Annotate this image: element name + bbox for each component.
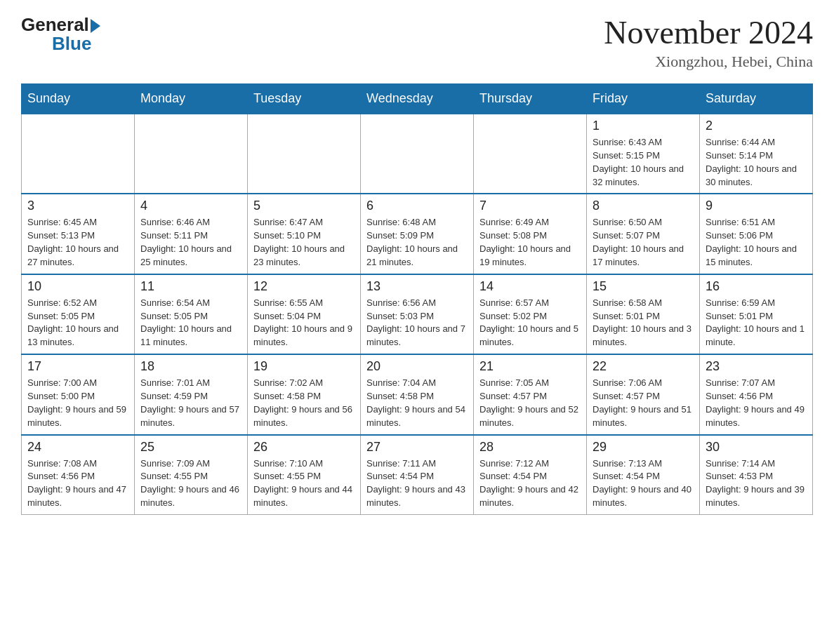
- day-number: 4: [140, 199, 241, 213]
- day-number: 29: [593, 440, 694, 455]
- calendar-day-cell: 11Sunrise: 6:54 AMSunset: 5:05 PMDayligh…: [135, 274, 248, 354]
- calendar-day-cell: 13Sunrise: 6:56 AMSunset: 5:03 PMDayligh…: [361, 274, 474, 354]
- day-number: 5: [253, 199, 355, 213]
- day-number: 18: [140, 359, 241, 374]
- day-number: 17: [27, 359, 128, 374]
- day-info: Sunrise: 7:07 AMSunset: 4:56 PMDaylight:…: [706, 377, 807, 429]
- day-number: 20: [366, 359, 468, 374]
- day-info: Sunrise: 6:51 AMSunset: 5:06 PMDaylight:…: [706, 216, 807, 269]
- day-info: Sunrise: 7:13 AMSunset: 4:54 PMDaylight:…: [593, 457, 694, 510]
- calendar-day-cell: 3Sunrise: 6:45 AMSunset: 5:13 PMDaylight…: [22, 194, 135, 274]
- calendar-day-cell: 18Sunrise: 7:01 AMSunset: 4:59 PMDayligh…: [135, 354, 248, 434]
- day-info: Sunrise: 6:43 AMSunset: 5:15 PMDaylight:…: [593, 136, 694, 189]
- calendar-day-cell: 8Sunrise: 6:50 AMSunset: 5:07 PMDaylight…: [587, 194, 700, 274]
- location-subtitle: Xiongzhou, Hebei, China: [604, 53, 813, 71]
- calendar-day-cell: [248, 114, 361, 194]
- weekday-header-saturday: Saturday: [700, 84, 813, 114]
- calendar-day-cell: 20Sunrise: 7:04 AMSunset: 4:58 PMDayligh…: [361, 354, 474, 434]
- day-info: Sunrise: 7:08 AMSunset: 4:56 PMDaylight:…: [27, 457, 128, 510]
- calendar-day-cell: 14Sunrise: 6:57 AMSunset: 5:02 PMDayligh…: [474, 274, 587, 354]
- day-info: Sunrise: 7:04 AMSunset: 4:58 PMDaylight:…: [366, 377, 468, 429]
- day-number: 10: [27, 279, 128, 294]
- day-info: Sunrise: 6:55 AMSunset: 5:04 PMDaylight:…: [253, 297, 355, 349]
- day-info: Sunrise: 7:09 AMSunset: 4:55 PMDaylight:…: [140, 457, 241, 510]
- calendar-week-row: 1Sunrise: 6:43 AMSunset: 5:15 PMDaylight…: [22, 114, 813, 194]
- day-info: Sunrise: 7:11 AMSunset: 4:54 PMDaylight:…: [366, 457, 468, 510]
- day-number: 21: [479, 359, 581, 374]
- logo-arrow-icon: [91, 19, 100, 33]
- calendar-week-row: 10Sunrise: 6:52 AMSunset: 5:05 PMDayligh…: [22, 274, 813, 354]
- day-info: Sunrise: 7:14 AMSunset: 4:53 PMDaylight:…: [706, 457, 807, 510]
- calendar-day-cell: 27Sunrise: 7:11 AMSunset: 4:54 PMDayligh…: [361, 435, 474, 515]
- day-number: 12: [253, 279, 355, 294]
- weekday-header-sunday: Sunday: [22, 84, 135, 114]
- calendar-day-cell: 10Sunrise: 6:52 AMSunset: 5:05 PMDayligh…: [22, 274, 135, 354]
- day-info: Sunrise: 6:56 AMSunset: 5:03 PMDaylight:…: [366, 297, 468, 349]
- calendar-day-cell: [361, 114, 474, 194]
- day-info: Sunrise: 6:45 AMSunset: 5:13 PMDaylight:…: [27, 216, 128, 269]
- weekday-header-monday: Monday: [135, 84, 248, 114]
- calendar-week-row: 17Sunrise: 7:00 AMSunset: 5:00 PMDayligh…: [22, 354, 813, 434]
- calendar-day-cell: 7Sunrise: 6:49 AMSunset: 5:08 PMDaylight…: [474, 194, 587, 274]
- day-info: Sunrise: 6:44 AMSunset: 5:14 PMDaylight:…: [706, 136, 807, 189]
- page-header: General Blue November 2024 Xiongzhou, He…: [21, 14, 813, 71]
- calendar-week-row: 3Sunrise: 6:45 AMSunset: 5:13 PMDaylight…: [22, 194, 813, 274]
- calendar-day-cell: 15Sunrise: 6:58 AMSunset: 5:01 PMDayligh…: [587, 274, 700, 354]
- calendar-day-cell: 21Sunrise: 7:05 AMSunset: 4:57 PMDayligh…: [474, 354, 587, 434]
- calendar-week-row: 24Sunrise: 7:08 AMSunset: 4:56 PMDayligh…: [22, 435, 813, 515]
- day-info: Sunrise: 7:12 AMSunset: 4:54 PMDaylight:…: [479, 457, 581, 510]
- calendar-day-cell: 29Sunrise: 7:13 AMSunset: 4:54 PMDayligh…: [587, 435, 700, 515]
- day-info: Sunrise: 6:54 AMSunset: 5:05 PMDaylight:…: [140, 297, 241, 349]
- day-number: 26: [253, 440, 355, 455]
- day-number: 13: [366, 279, 468, 294]
- day-info: Sunrise: 7:01 AMSunset: 4:59 PMDaylight:…: [140, 377, 241, 429]
- day-info: Sunrise: 7:02 AMSunset: 4:58 PMDaylight:…: [253, 377, 355, 429]
- calendar-day-cell: 9Sunrise: 6:51 AMSunset: 5:06 PMDaylight…: [700, 194, 813, 274]
- day-info: Sunrise: 6:46 AMSunset: 5:11 PMDaylight:…: [140, 216, 241, 269]
- day-info: Sunrise: 6:49 AMSunset: 5:08 PMDaylight:…: [479, 216, 581, 269]
- day-info: Sunrise: 6:59 AMSunset: 5:01 PMDaylight:…: [706, 297, 807, 349]
- day-number: 9: [706, 199, 807, 213]
- calendar-day-cell: 24Sunrise: 7:08 AMSunset: 4:56 PMDayligh…: [22, 435, 135, 515]
- day-number: 23: [706, 359, 807, 374]
- day-number: 22: [593, 359, 694, 374]
- day-info: Sunrise: 7:06 AMSunset: 4:57 PMDaylight:…: [593, 377, 694, 429]
- calendar-day-cell: [135, 114, 248, 194]
- calendar-day-cell: 5Sunrise: 6:47 AMSunset: 5:10 PMDaylight…: [248, 194, 361, 274]
- day-info: Sunrise: 7:10 AMSunset: 4:55 PMDaylight:…: [253, 457, 355, 510]
- calendar-day-cell: 25Sunrise: 7:09 AMSunset: 4:55 PMDayligh…: [135, 435, 248, 515]
- weekday-header-friday: Friday: [587, 84, 700, 114]
- logo-blue-text: Blue: [52, 33, 91, 55]
- day-info: Sunrise: 6:47 AMSunset: 5:10 PMDaylight:…: [253, 216, 355, 269]
- day-number: 19: [253, 359, 355, 374]
- calendar-day-cell: 17Sunrise: 7:00 AMSunset: 5:00 PMDayligh…: [22, 354, 135, 434]
- calendar-day-cell: 26Sunrise: 7:10 AMSunset: 4:55 PMDayligh…: [248, 435, 361, 515]
- day-info: Sunrise: 7:05 AMSunset: 4:57 PMDaylight:…: [479, 377, 581, 429]
- day-info: Sunrise: 6:48 AMSunset: 5:09 PMDaylight:…: [366, 216, 468, 269]
- month-year-title: November 2024: [604, 14, 813, 51]
- day-number: 6: [366, 199, 468, 213]
- calendar-day-cell: 6Sunrise: 6:48 AMSunset: 5:09 PMDaylight…: [361, 194, 474, 274]
- calendar-day-cell: [22, 114, 135, 194]
- calendar-day-cell: 19Sunrise: 7:02 AMSunset: 4:58 PMDayligh…: [248, 354, 361, 434]
- calendar-day-cell: 4Sunrise: 6:46 AMSunset: 5:11 PMDaylight…: [135, 194, 248, 274]
- title-block: November 2024 Xiongzhou, Hebei, China: [604, 14, 813, 71]
- weekday-header-wednesday: Wednesday: [361, 84, 474, 114]
- day-number: 16: [706, 279, 807, 294]
- day-number: 28: [479, 440, 581, 455]
- calendar-day-cell: 22Sunrise: 7:06 AMSunset: 4:57 PMDayligh…: [587, 354, 700, 434]
- day-number: 3: [27, 199, 128, 213]
- day-number: 27: [366, 440, 468, 455]
- day-info: Sunrise: 6:57 AMSunset: 5:02 PMDaylight:…: [479, 297, 581, 349]
- day-info: Sunrise: 6:52 AMSunset: 5:05 PMDaylight:…: [27, 297, 128, 349]
- day-info: Sunrise: 6:58 AMSunset: 5:01 PMDaylight:…: [593, 297, 694, 349]
- day-number: 15: [593, 279, 694, 294]
- calendar-day-cell: 23Sunrise: 7:07 AMSunset: 4:56 PMDayligh…: [700, 354, 813, 434]
- day-number: 14: [479, 279, 581, 294]
- calendar-day-cell: 28Sunrise: 7:12 AMSunset: 4:54 PMDayligh…: [474, 435, 587, 515]
- day-number: 7: [479, 199, 581, 213]
- day-number: 24: [27, 440, 128, 455]
- logo: General Blue: [21, 14, 100, 55]
- calendar-day-cell: 12Sunrise: 6:55 AMSunset: 5:04 PMDayligh…: [248, 274, 361, 354]
- calendar-day-cell: 30Sunrise: 7:14 AMSunset: 4:53 PMDayligh…: [700, 435, 813, 515]
